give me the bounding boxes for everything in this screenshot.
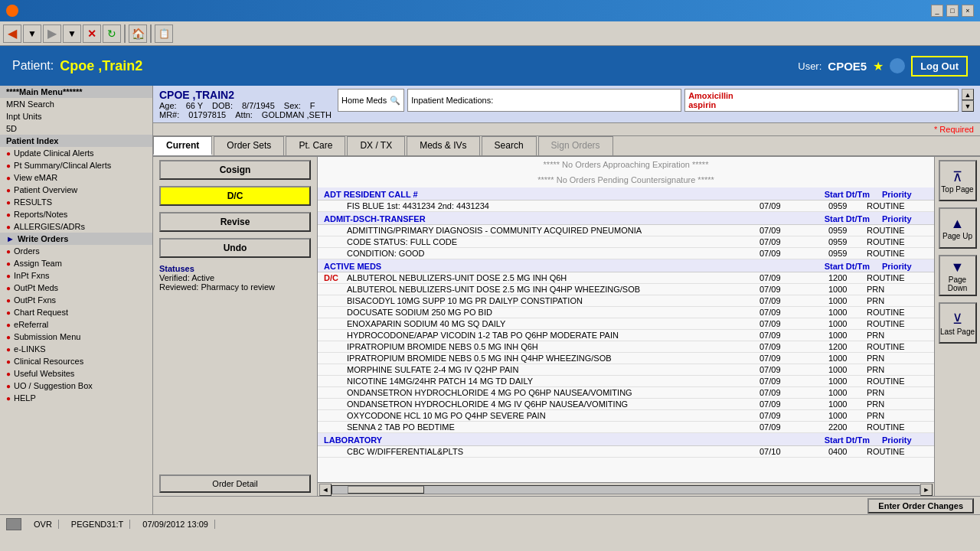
table-row[interactable]: DOCUSATE SODIUM 250 MG PO BID 07/09 1000… — [318, 307, 934, 318]
sidebar-item-chart-request[interactable]: ● Chart Request — [0, 306, 152, 318]
bottom-action-bar: Enter Order Changes — [153, 496, 980, 514]
forward-arrow-button[interactable]: ▼ — [63, 24, 81, 43]
scroll-left-arrow[interactable]: ◄ — [319, 484, 332, 496]
home-button[interactable]: 🏠 — [129, 24, 147, 43]
sidebar-item-outpt-fxns[interactable]: ● OutPt Fxns — [0, 294, 152, 306]
table-row[interactable]: ENOXAPARIN SODIUM 40 MG SQ DAILY 07/09 1… — [318, 318, 934, 330]
bullet-icon: ● — [6, 259, 11, 268]
sidebar-item-outpt-meds[interactable]: ● OutPt Meds — [0, 282, 152, 294]
tab-dx-tx[interactable]: DX / TX — [347, 136, 405, 155]
table-row[interactable]: IPRATROPIUM BROMIDE NEBS 0.5 MG INH Q6H … — [318, 341, 934, 353]
tab-order-sets[interactable]: Order Sets — [214, 136, 284, 155]
table-row[interactable]: BISACODYL 10MG SUPP 10 MG PR DAILYP CONS… — [318, 295, 934, 307]
table-row[interactable]: CBC W/DIFFERENTIAL&PLTS 07/10 0400 ROUTI… — [318, 446, 934, 458]
sidebar-patient-index[interactable]: Patient Index — [0, 135, 152, 147]
order-detail-button[interactable]: Order Detail — [159, 474, 311, 493]
favorite-icon[interactable]: ★ — [873, 59, 884, 73]
tab-search[interactable]: Search — [482, 136, 537, 155]
close-button[interactable]: × — [962, 5, 974, 17]
table-row[interactable]: SENNA 2 TAB PO BEDTIME 07/09 2200 ROUTIN… — [318, 422, 934, 433]
dc-indicator: D/C — [324, 273, 347, 282]
scroll-down-icon[interactable]: ▼ — [962, 100, 974, 112]
table-row[interactable]: FIS BLUE 1st: 4431234 2nd: 4431234 07/09… — [318, 201, 934, 212]
title-bar-left — [6, 5, 18, 17]
table-row[interactable]: HYDROCODONE/APAP VICODIN 1-2 TAB PO Q6HP… — [318, 330, 934, 341]
patient-name: CPOE ,TRAIN2 — [159, 89, 332, 101]
bullet-icon: ● — [6, 308, 11, 317]
sidebar-item-ereferral[interactable]: ● eReferral — [0, 318, 152, 331]
scroll-right-arrow[interactable]: ► — [920, 484, 933, 496]
sidebar-item-5d[interactable]: 5D — [0, 122, 152, 135]
sidebar-item-uo-suggestion[interactable]: ● UO / Suggestion Box — [0, 380, 152, 392]
section-adt-name: ADT RESIDENT CALL # — [324, 190, 418, 199]
top-page-button[interactable]: ⊼ Top Page — [939, 160, 977, 201]
sidebar-item-mrn-search[interactable]: MRN Search — [0, 98, 152, 110]
tab-meds-ivs[interactable]: Meds & IVs — [407, 136, 479, 155]
minimize-button[interactable]: _ — [931, 5, 943, 17]
sidebar-item-useful-websites[interactable]: ● Useful Websites — [0, 367, 152, 380]
horizontal-scrollbar[interactable]: ◄ ► — [318, 482, 934, 496]
sidebar-item-view-emar[interactable]: ● View eMAR — [0, 171, 152, 184]
sidebar-item-assign-team[interactable]: ● Assign Team — [0, 257, 152, 269]
page-down-button[interactable]: ▼ Page Down — [939, 255, 977, 296]
sidebar-item-patient-overview[interactable]: ● Patient Overview — [0, 184, 152, 196]
sidebar-item-inpt-fxns[interactable]: ● InPt Fxns — [0, 269, 152, 282]
page-up-button[interactable]: ▲ Page Up — [939, 207, 977, 249]
back-button[interactable]: ◀ — [3, 24, 21, 43]
sidebar-item-pt-summary[interactable]: ● Pt Summary/Clincal Alerts — [0, 159, 152, 171]
enter-order-changes-button[interactable]: Enter Order Changes — [867, 498, 974, 514]
undo-button[interactable]: Undo — [159, 238, 311, 258]
refresh-button[interactable]: ↻ — [103, 24, 121, 43]
stop-button[interactable]: ✕ — [83, 24, 101, 43]
scroll-thumb[interactable] — [348, 486, 424, 494]
cosign-button[interactable]: Cosign — [159, 160, 311, 180]
bullet-icon: ● — [6, 247, 11, 256]
bookmarks-button[interactable]: 📋 — [155, 24, 173, 43]
bullet-icon: ● — [6, 296, 11, 305]
maximize-button[interactable]: □ — [946, 5, 959, 17]
table-row[interactable]: ALBUTEROL NEBULIZERS-UNIT DOSE 2.5 MG IN… — [318, 284, 934, 295]
sidebar: ****Main Menu****** MRN Search Inpt Unit… — [0, 86, 153, 514]
back-arrow-button[interactable]: ▼ — [23, 24, 41, 43]
sidebar-item-orders[interactable]: ● Orders — [0, 245, 152, 257]
table-row[interactable]: NICOTINE 14MG/24HR PATCH 14 MG TD DAILY … — [318, 376, 934, 387]
search-meds-icon[interactable]: 🔍 — [390, 96, 400, 106]
status-bar: OVR PEGEND31:T 07/09/2012 13:09 — [0, 514, 980, 533]
table-row[interactable]: OXYCODONE HCL 10 MG PO Q4HP SEVERE PAIN … — [318, 410, 934, 422]
dc-button[interactable]: D/C — [159, 186, 311, 206]
last-page-button[interactable]: ⊻ Last Page — [939, 302, 977, 344]
logout-button[interactable]: Log Out — [911, 56, 968, 77]
sidebar-item-results[interactable]: ● RESULTS — [0, 196, 152, 208]
sidebar-item-inpt-units[interactable]: Inpt Units — [0, 110, 152, 122]
tab-pt-care[interactable]: Pt. Care — [286, 136, 345, 155]
table-row[interactable]: D/C ALBUTEROL NEBULIZERS-UNIT DOSE 2.5 M… — [318, 272, 934, 284]
section-admit: ADMIT-DSCH-TRANSFER Start Dt/Tm Priority — [318, 212, 934, 225]
main-layout: ****Main Menu****** MRN Search Inpt Unit… — [0, 86, 980, 514]
inpatient-meds-field[interactable]: Inpatient Medications: — [407, 89, 681, 112]
allergies-scroll[interactable]: ▲ ▼ — [962, 89, 974, 112]
scroll-track[interactable] — [332, 485, 920, 494]
sidebar-item-clinical-resources[interactable]: ● Clinical Resources — [0, 355, 152, 367]
section-meds-name: ACTIVE MEDS — [324, 262, 381, 271]
order-name: FIS BLUE 1st: 4431234 2nd: 4431234 — [347, 201, 760, 210]
sidebar-item-allergies[interactable]: ● ALLERGIES/ADRs — [0, 220, 152, 233]
sidebar-item-update-clinical-alerts[interactable]: ● Update Clinical Alerts — [0, 147, 152, 159]
sidebar-item-reports-notes[interactable]: ● Reports/Notes — [0, 208, 152, 220]
forward-button[interactable]: ▶ — [43, 24, 61, 43]
section-lab-name: LABORATORY — [324, 435, 382, 445]
table-row[interactable]: ONDANSETRON HYDROCHLORIDE 4 MG PO Q6HP N… — [318, 387, 934, 399]
table-row[interactable]: MORPHINE SULFATE 2-4 MG IV Q2HP PAIN 07/… — [318, 364, 934, 376]
sidebar-item-help[interactable]: ● HELP — [0, 392, 152, 404]
home-meds-dropdown[interactable]: Home Meds 🔍 — [338, 89, 404, 112]
revise-button[interactable]: Revise — [159, 212, 311, 232]
sidebar-write-orders[interactable]: ► Write Orders — [0, 233, 152, 245]
scroll-up-icon[interactable]: ▲ — [962, 89, 974, 100]
table-row[interactable]: CONDITION: GOOD 07/09 0959 ROUTINE — [318, 248, 934, 259]
sidebar-item-elinks[interactable]: ● e-LINKS — [0, 343, 152, 355]
tab-current[interactable]: Current — [153, 136, 212, 155]
table-row[interactable]: IPRATROPIUM BROMIDE NEBS 0.5 MG INH Q4HP… — [318, 353, 934, 364]
table-row[interactable]: ONDANSETRON HYDROCHLORIDE 4 MG IV Q6HP N… — [318, 399, 934, 410]
table-row[interactable]: CODE STATUS: FULL CODE 07/09 0959 ROUTIN… — [318, 236, 934, 248]
table-row[interactable]: ADMITTING/PRIMARY DIAGNOSIS - COMMUNITY … — [318, 225, 934, 236]
sidebar-item-submission-menu[interactable]: ● Submission Menu — [0, 331, 152, 343]
